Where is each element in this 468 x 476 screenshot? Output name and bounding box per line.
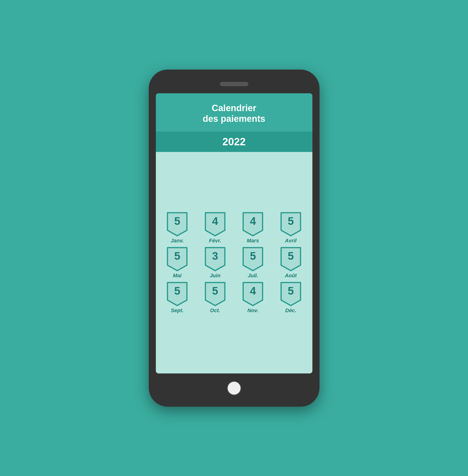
month-cell: 5 Août <box>273 247 309 279</box>
month-cell: 5 Oct. <box>197 282 233 314</box>
day-number: 4 <box>212 215 218 228</box>
month-label: Nov. <box>248 307 258 314</box>
month-cell: 5 Avril <box>273 212 309 244</box>
year-bar: 2022 <box>156 132 312 152</box>
calendar-grid: 5 Janv. 4 Févr. 4 Mars 5 Avril 5 Mai 3 J… <box>156 152 312 373</box>
title-line2: des paiements <box>203 114 265 124</box>
shield-icon: 5 <box>242 247 263 272</box>
day-number: 5 <box>212 284 218 297</box>
month-cell: 5 Janv. <box>159 212 195 244</box>
day-number: 5 <box>174 215 180 228</box>
day-number: 5 <box>250 249 256 262</box>
shield-icon: 3 <box>205 247 226 272</box>
day-number: 5 <box>174 249 180 262</box>
day-number: 5 <box>288 249 294 262</box>
shield-icon: 5 <box>280 247 302 272</box>
day-number: 3 <box>212 249 218 262</box>
month-label: Janv. <box>171 238 184 244</box>
month-label: Août <box>285 273 297 279</box>
shield-icon: 4 <box>242 212 263 237</box>
month-cell: 4 Nov. <box>235 282 271 314</box>
month-cell: 5 Déc. <box>273 282 309 314</box>
month-cell: 4 Févr. <box>197 212 233 244</box>
shield-icon: 5 <box>166 212 188 237</box>
month-label: Juin <box>210 273 220 279</box>
day-number: 5 <box>288 284 294 297</box>
month-cell: 3 Juin <box>197 247 233 279</box>
month-label: Déc. <box>285 307 296 314</box>
month-cell: 5 Juil. <box>235 247 271 279</box>
month-label: Févr. <box>209 238 221 244</box>
shield-icon: 5 <box>205 282 226 307</box>
day-number: 4 <box>250 215 256 228</box>
phone-screen: Calendrier des paiements 2022 5 Janv. 4 … <box>156 93 312 373</box>
day-number: 4 <box>250 284 256 297</box>
month-label: Avril <box>285 238 296 244</box>
phone-home-button[interactable] <box>227 381 241 395</box>
month-label: Oct. <box>210 307 220 314</box>
month-label: Mars <box>247 238 259 244</box>
month-label: Juil. <box>248 273 258 279</box>
shield-icon: 5 <box>280 282 302 307</box>
phone: Calendrier des paiements 2022 5 Janv. 4 … <box>149 70 320 407</box>
month-cell: 5 Mai <box>159 247 195 279</box>
month-cell: 5 Sept. <box>159 282 195 314</box>
month-label: Sept. <box>171 307 184 314</box>
app-title: Calendrier des paiements <box>161 103 308 124</box>
month-label: Mai <box>173 273 182 279</box>
shield-icon: 4 <box>205 212 226 237</box>
shield-icon: 5 <box>166 282 188 307</box>
year-label: 2022 <box>160 136 308 148</box>
day-number: 5 <box>174 284 180 297</box>
shield-icon: 5 <box>166 247 188 272</box>
shield-icon: 5 <box>280 212 302 237</box>
day-number: 5 <box>288 215 294 228</box>
screen-header: Calendrier des paiements <box>156 93 312 132</box>
title-line1: Calendrier <box>212 103 256 113</box>
phone-speaker <box>220 82 248 86</box>
month-cell: 4 Mars <box>235 212 271 244</box>
shield-icon: 4 <box>242 282 263 307</box>
